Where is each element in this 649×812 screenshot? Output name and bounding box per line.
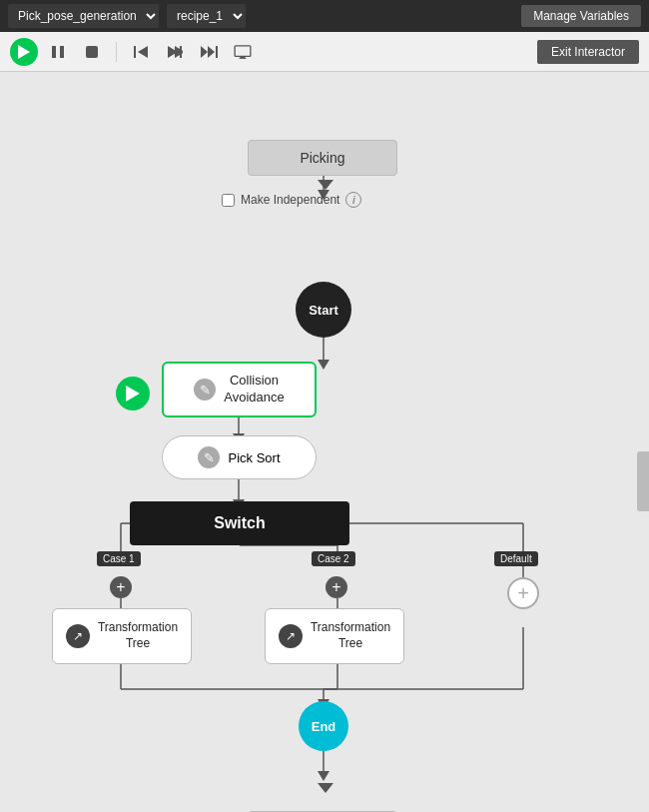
play-icon: [18, 45, 30, 59]
arrow-bottom: [318, 783, 333, 793]
start-label: Start: [309, 303, 338, 318]
svg-rect-12: [235, 45, 251, 56]
make-independent-label: Make Independent: [241, 193, 339, 207]
screen-icon: [234, 45, 252, 59]
skip-icon: [200, 45, 218, 59]
transform1-label: Transformation Tree: [98, 620, 178, 651]
collision-node-label: Collision Avoidance: [224, 373, 284, 406]
step-back-button[interactable]: [127, 38, 155, 66]
pick-sort-node[interactable]: ✎ Pick Sort: [162, 435, 317, 479]
make-independent-container: Make Independent i: [222, 192, 361, 208]
switch-node[interactable]: Switch: [130, 501, 349, 545]
svg-marker-5: [138, 46, 148, 58]
toolbar: Exit Interactor: [0, 32, 649, 72]
plus-case1-button[interactable]: +: [110, 576, 132, 598]
switch-label: Switch: [214, 514, 266, 532]
picking-top-label: Picking: [300, 150, 344, 166]
svg-marker-41: [126, 386, 140, 402]
svg-rect-2: [60, 46, 64, 58]
collision-play-button[interactable]: [116, 377, 150, 410]
picking-top-box: Picking: [248, 140, 397, 176]
collision-play-icon: [126, 386, 140, 402]
svg-marker-0: [18, 45, 30, 59]
collision-node-icon: ✎: [194, 379, 216, 401]
svg-marker-18: [318, 360, 329, 370]
case2-label: Case 2: [312, 551, 355, 566]
svg-rect-13: [240, 56, 245, 58]
canvas-area: Picking Make Independent i Start ✎ Colli…: [0, 72, 649, 812]
pause-button[interactable]: [44, 38, 72, 66]
pick-sort-label: Pick Sort: [228, 450, 280, 465]
end-node[interactable]: End: [299, 701, 348, 751]
end-label: End: [312, 719, 336, 734]
transform2-label: Transformation Tree: [311, 620, 390, 651]
svg-rect-14: [240, 58, 247, 59]
screen-button[interactable]: [229, 38, 257, 66]
transform1-icon: ↗: [66, 624, 90, 648]
svg-rect-3: [86, 46, 98, 58]
transformation-tree-2-node[interactable]: ↗ Transformation Tree: [265, 608, 404, 664]
default-label: Default: [494, 551, 538, 566]
program-selector[interactable]: Pick_pose_generation: [8, 4, 159, 28]
separator-1: [116, 42, 117, 62]
svg-marker-10: [208, 46, 215, 58]
skip-button[interactable]: [195, 38, 223, 66]
recipe-selector[interactable]: recipe_1: [167, 4, 246, 28]
start-node[interactable]: Start: [296, 282, 351, 338]
make-independent-checkbox[interactable]: [222, 194, 235, 207]
svg-rect-4: [134, 46, 136, 58]
svg-marker-9: [201, 46, 208, 58]
svg-rect-1: [52, 46, 56, 58]
pick-sort-icon: ✎: [198, 446, 220, 468]
stop-button[interactable]: [78, 38, 106, 66]
step-forward-icon: [167, 45, 183, 59]
side-tab[interactable]: [637, 451, 649, 511]
transform2-icon: ↗: [279, 624, 303, 648]
svg-marker-40: [318, 771, 329, 781]
play-button[interactable]: [10, 38, 38, 66]
transformation-tree-1-node[interactable]: ↗ Transformation Tree: [52, 608, 192, 664]
top-bar: Pick_pose_generation recipe_1 Manage Var…: [0, 0, 649, 32]
plus-case2-button[interactable]: +: [325, 576, 347, 598]
info-icon[interactable]: i: [345, 192, 361, 208]
step-forward-button[interactable]: [161, 38, 189, 66]
pause-icon: [51, 45, 65, 59]
collision-avoidance-node[interactable]: ✎ Collision Avoidance: [162, 362, 317, 417]
arrow-top: [318, 180, 333, 190]
svg-rect-11: [216, 46, 218, 58]
manage-variables-button[interactable]: Manage Variables: [521, 5, 641, 27]
exit-interactor-button[interactable]: Exit Interactor: [537, 40, 639, 64]
step-back-icon: [133, 45, 149, 59]
case1-label: Case 1: [97, 551, 141, 566]
stop-icon: [85, 45, 99, 59]
plus-default-button[interactable]: +: [507, 577, 539, 609]
